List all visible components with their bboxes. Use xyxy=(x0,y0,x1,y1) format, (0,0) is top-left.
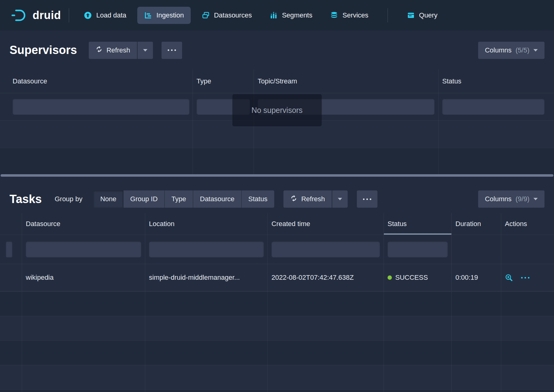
supervisors-columns-button[interactable]: Columns (5/5) xyxy=(478,42,544,59)
refresh-icon xyxy=(96,46,103,55)
group-by-datasource-button[interactable]: Datasource xyxy=(193,190,242,208)
nav-services[interactable]: Services xyxy=(323,7,375,24)
task-location-cell: simple-druid-middlemanager... xyxy=(145,264,268,291)
nav-label: Services xyxy=(342,11,368,19)
table-row xyxy=(0,340,554,365)
column-header-topic-stream[interactable]: Topic/Stream xyxy=(254,70,439,93)
nav-label: Load data xyxy=(96,11,126,19)
table-row xyxy=(0,365,554,390)
tasks-columns-button[interactable]: Columns (9/9) xyxy=(478,190,544,208)
group-by-type-button[interactable]: Type xyxy=(165,190,193,208)
nav-datasources[interactable]: Datasources xyxy=(195,7,259,24)
query-icon xyxy=(407,11,415,19)
nav-divider xyxy=(388,8,388,22)
group-by-none-button[interactable]: None xyxy=(93,190,123,208)
column-header-stub xyxy=(0,213,22,235)
column-header-datasource[interactable]: Datasource xyxy=(22,213,145,235)
tasks-filter-row xyxy=(0,235,554,264)
tasks-table: Datasource Location Created time Status … xyxy=(0,213,554,392)
chevron-down-icon xyxy=(533,49,538,52)
datasources-icon xyxy=(202,11,210,19)
columns-count: (9/9) xyxy=(516,195,529,203)
group-by-status-button[interactable]: Status xyxy=(242,190,274,208)
tasks-refresh-button[interactable]: Refresh xyxy=(283,190,332,208)
refresh-label: Refresh xyxy=(107,46,130,54)
filter-status-input[interactable] xyxy=(442,99,544,115)
ingestion-icon xyxy=(144,11,152,19)
nav-label: Datasources xyxy=(214,11,252,19)
druid-logo[interactable]: druid xyxy=(11,9,61,22)
chevron-down-icon xyxy=(533,198,538,200)
tasks-table-header: Datasource Location Created time Status … xyxy=(0,213,554,235)
no-supervisors-message: No supervisors xyxy=(232,94,322,126)
column-header-datasource[interactable]: Datasource xyxy=(0,70,193,93)
nav-label: Query xyxy=(419,11,438,19)
table-row xyxy=(0,390,554,392)
supervisors-section: Supervisors Refresh Columns (5/5) Dataso… xyxy=(0,31,554,177)
task-actions-cell xyxy=(501,264,554,291)
columns-label: Columns xyxy=(485,46,512,54)
column-header-status[interactable]: Status xyxy=(384,213,452,235)
group-by-group-id-button[interactable]: Group ID xyxy=(123,190,165,208)
more-icon xyxy=(168,49,176,51)
table-row xyxy=(0,316,554,340)
supervisors-controls: Supervisors Refresh Columns (5/5) xyxy=(0,31,554,70)
horizontal-scrollbar[interactable] xyxy=(1,174,553,177)
filter-task-id-input-clipped[interactable] xyxy=(6,241,12,257)
supervisors-refresh-group: Refresh xyxy=(89,42,153,59)
top-navbar: druid Load data Ingestion Datasources xyxy=(0,0,554,31)
supervisors-refresh-interval-button[interactable] xyxy=(138,42,153,59)
filter-datasource-input[interactable] xyxy=(26,241,141,257)
segments-icon xyxy=(270,11,278,19)
main-nav: Load data Ingestion Datasources Segments xyxy=(77,7,444,24)
nav-divider xyxy=(69,8,69,22)
task-actions-menu-button[interactable] xyxy=(521,277,529,279)
load-data-icon xyxy=(84,11,92,19)
nav-segments[interactable]: Segments xyxy=(263,7,319,24)
tasks-refresh-interval-button[interactable] xyxy=(332,190,348,208)
supervisors-more-button[interactable] xyxy=(162,42,182,59)
status-text: SUCCESS xyxy=(395,274,428,282)
supervisors-refresh-button[interactable]: Refresh xyxy=(89,42,137,59)
more-icon xyxy=(363,198,371,200)
refresh-label: Refresh xyxy=(301,195,325,203)
column-header-location[interactable]: Location xyxy=(145,213,268,235)
tasks-controls: Tasks Group by None Group ID Type Dataso… xyxy=(0,185,554,213)
nav-query[interactable]: Query xyxy=(400,7,444,24)
task-duration-cell: 0:00:19 xyxy=(452,264,501,291)
column-header-status[interactable]: Status xyxy=(439,70,554,93)
services-icon xyxy=(330,11,338,19)
filter-status-input[interactable] xyxy=(388,241,448,257)
filter-datasource-input[interactable] xyxy=(13,99,189,115)
tasks-refresh-group: Refresh xyxy=(283,190,348,208)
nav-load-data[interactable]: Load data xyxy=(77,7,133,24)
task-detail-magnifier-button[interactable] xyxy=(505,274,513,282)
filter-location-input[interactable] xyxy=(149,241,264,257)
more-icon xyxy=(521,277,529,279)
table-row xyxy=(0,148,554,174)
column-header-created-time[interactable]: Created time xyxy=(268,213,384,235)
chevron-down-icon xyxy=(338,198,342,200)
status-success-dot xyxy=(388,275,392,280)
supervisors-title: Supervisors xyxy=(10,44,77,57)
nav-ingestion[interactable]: Ingestion xyxy=(137,7,190,24)
task-id-cell xyxy=(0,264,22,291)
column-header-actions[interactable]: Actions xyxy=(501,213,554,235)
refresh-icon xyxy=(290,195,297,204)
filter-created-time-input[interactable] xyxy=(271,241,380,257)
task-created-time-cell: 2022-08-02T07:42:47.638Z xyxy=(268,264,384,291)
nav-label: Segments xyxy=(282,11,312,19)
tasks-section: Tasks Group by None Group ID Type Dataso… xyxy=(0,177,554,392)
table-row xyxy=(0,291,554,316)
column-header-duration[interactable]: Duration xyxy=(452,213,501,235)
nav-label: Ingestion xyxy=(156,11,184,19)
tasks-more-button[interactable] xyxy=(357,190,377,208)
magnifier-plus-icon xyxy=(505,274,513,282)
brand-name: druid xyxy=(33,9,61,22)
columns-label: Columns xyxy=(485,195,512,203)
task-row-wikipedia[interactable]: wikipedia simple-druid-middlemanager... … xyxy=(0,264,554,291)
druid-logo-icon xyxy=(11,9,28,22)
column-header-type[interactable]: Type xyxy=(193,70,254,93)
group-by-label: Group by xyxy=(55,195,83,203)
task-datasource-cell: wikipedia xyxy=(22,264,145,291)
